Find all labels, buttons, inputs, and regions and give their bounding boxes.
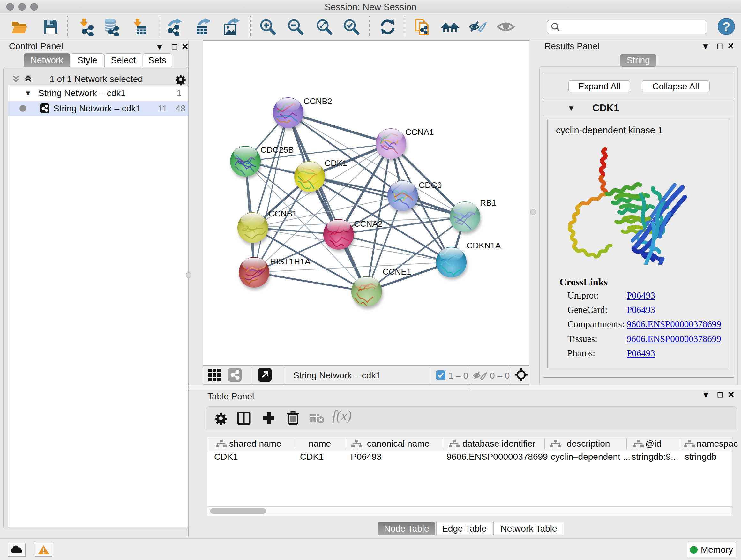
svg-text:CDC25B: CDC25B [260,145,294,154]
svg-text:HIST1H1A: HIST1H1A [270,257,311,266]
svg-text:CCNA1: CCNA1 [405,127,434,137]
svg-text:CDKN1A: CDKN1A [467,241,501,250]
svg-text:CDC6: CDC6 [419,180,442,190]
svg-text:CCNB1: CCNB1 [268,209,297,219]
svg-text:CCNE1: CCNE1 [383,267,411,276]
svg-text:RB1: RB1 [480,198,496,207]
svg-text:CCNA2: CCNA2 [354,219,383,229]
svg-text:CDK1: CDK1 [325,159,347,168]
svg-text:CCNB2: CCNB2 [304,97,332,106]
